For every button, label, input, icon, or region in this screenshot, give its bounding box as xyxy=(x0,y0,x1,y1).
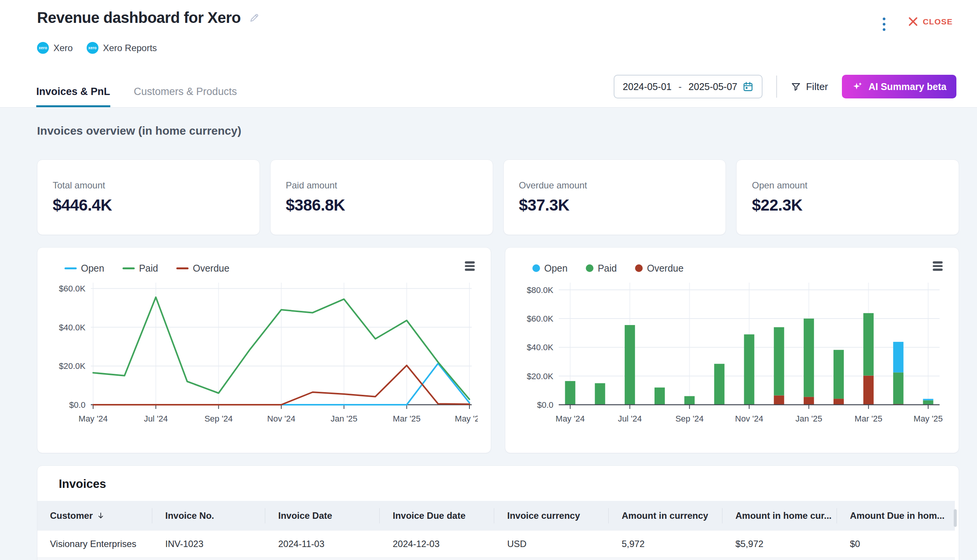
column-label: Amount Due in hom... xyxy=(850,510,945,521)
table-scrollbar[interactable] xyxy=(953,498,957,560)
stat-value: $446.4K xyxy=(53,196,244,214)
column-header-invoice-date[interactable]: Invoice Date xyxy=(265,501,379,531)
cell: USD xyxy=(494,531,608,557)
svg-text:May '25: May '25 xyxy=(455,414,478,423)
filter-button[interactable]: Filter xyxy=(791,81,828,93)
date-end: 2025-05-07 xyxy=(688,81,737,92)
stat-label: Overdue amount xyxy=(519,180,711,191)
stat-card-overdue-amount: Overdue amount$37.3K xyxy=(503,160,726,235)
stat-label: Open amount xyxy=(752,180,944,191)
tag-label: Xero xyxy=(53,43,73,53)
stat-label: Total amount xyxy=(53,180,244,191)
svg-text:$0.0: $0.0 xyxy=(537,400,553,410)
svg-text:Jul '24: Jul '24 xyxy=(618,414,642,423)
legend-label: Open xyxy=(544,263,568,274)
x-icon xyxy=(908,17,918,26)
cell: INV-1023 xyxy=(152,531,265,557)
legend-label: Overdue xyxy=(193,263,229,274)
tab-invoices-pnl[interactable]: Invoices & PnL xyxy=(36,86,110,107)
bar-chart-card: OpenPaidOverdue $0.0$20.0K$40.0K$60.0K$8… xyxy=(505,247,959,453)
column-header-customer[interactable]: Customer xyxy=(37,501,152,531)
chart-menu-button[interactable] xyxy=(931,260,944,272)
column-label: Invoice Due date xyxy=(393,510,466,521)
stat-card-total-amount: Total amount$446.4K xyxy=(37,160,260,235)
svg-text:$80.0K: $80.0K xyxy=(527,285,553,295)
legend-item-overdue[interactable]: Overdue xyxy=(635,263,683,274)
scrollbar-handle[interactable] xyxy=(954,509,957,527)
svg-text:$40.0K: $40.0K xyxy=(527,343,553,352)
svg-text:Nov '24: Nov '24 xyxy=(735,414,763,423)
column-header-amount-due-in-hom[interactable]: Amount Due in hom... xyxy=(837,501,955,531)
svg-text:$0.0: $0.0 xyxy=(69,400,85,410)
column-header-invoice-no[interactable]: Invoice No. xyxy=(152,501,265,531)
legend-swatch xyxy=(176,267,189,269)
column-label: Customer xyxy=(50,510,93,521)
legend-swatch xyxy=(533,264,540,272)
section-title: Invoices overview (in home currency) xyxy=(37,124,241,137)
column-label: Invoice Date xyxy=(278,510,332,521)
xero-logo-icon: xero xyxy=(37,42,49,54)
close-button[interactable]: CLOSE xyxy=(908,17,953,26)
cell: Visionary Enterprises xyxy=(37,531,152,557)
header: Revenue dashboard for Xero CLOSE xeroXer… xyxy=(0,0,977,108)
svg-text:Jul '24: Jul '24 xyxy=(144,414,168,423)
kebab-icon xyxy=(883,18,885,20)
stat-card-paid-amount: Paid amount$386.8K xyxy=(270,160,493,235)
legend-label: Open xyxy=(81,263,104,274)
header-controls: 2024-05-01 - 2025-05-07 Filter xyxy=(614,75,956,98)
column-label: Invoice No. xyxy=(165,510,214,521)
table-header-row: CustomerInvoice No.Invoice DateInvoice D… xyxy=(37,501,955,531)
ai-summary-label: AI Summary beta xyxy=(868,81,947,92)
line-chart-card: OpenPaidOverdue $0.0$20.0K$40.0K$60.0KMa… xyxy=(37,247,491,453)
partial-next-row xyxy=(37,558,955,560)
funnel-icon xyxy=(791,82,801,92)
legend-item-open[interactable]: Open xyxy=(65,263,104,274)
edit-title-icon[interactable] xyxy=(249,12,260,23)
legend-item-overdue[interactable]: Overdue xyxy=(176,263,229,274)
stat-label: Paid amount xyxy=(286,180,478,191)
legend-item-paid[interactable]: Paid xyxy=(586,263,617,274)
cell: 5,972 xyxy=(608,531,722,557)
date-range-input[interactable]: 2024-05-01 - 2025-05-07 xyxy=(614,75,763,98)
legend-swatch xyxy=(635,264,643,272)
chart-menu-button[interactable] xyxy=(463,260,476,272)
invoice-row[interactable]: Visionary EnterprisesINV-10232024-11-032… xyxy=(37,531,955,557)
close-label: CLOSE xyxy=(923,17,953,26)
line-chart-legend: OpenPaidOverdue xyxy=(65,261,477,275)
line-chart: $0.0$20.0K$40.0K$60.0KMay '24Jul '24Sep … xyxy=(51,277,478,442)
page-title: Revenue dashboard for Xero xyxy=(37,9,241,26)
legend-item-open[interactable]: Open xyxy=(533,263,568,274)
legend-item-paid[interactable]: Paid xyxy=(122,263,158,274)
more-options-button[interactable] xyxy=(880,16,888,32)
svg-text:May '25: May '25 xyxy=(914,414,943,423)
ai-summary-button[interactable]: AI Summary beta xyxy=(842,75,956,98)
bar-chart: $0.0$20.0K$40.0K$60.0K$80.0KMay '24Jul '… xyxy=(519,277,946,442)
date-start: 2024-05-01 xyxy=(623,81,672,92)
tag-label: Xero Reports xyxy=(103,43,157,53)
svg-text:Mar '25: Mar '25 xyxy=(855,414,882,423)
cell: 2024-11-03 xyxy=(265,531,379,557)
svg-text:$40.0K: $40.0K xyxy=(59,323,85,332)
calendar-icon xyxy=(743,81,753,92)
charts-row: OpenPaidOverdue $0.0$20.0K$40.0K$60.0KMa… xyxy=(37,247,959,453)
column-label: Invoice currency xyxy=(507,510,580,521)
invoices-title: Invoices xyxy=(37,466,959,501)
stat-value: $37.3K xyxy=(519,196,711,214)
svg-text:$20.0K: $20.0K xyxy=(59,361,85,371)
legend-label: Paid xyxy=(598,263,617,274)
svg-text:Nov '24: Nov '24 xyxy=(267,414,296,423)
column-header-invoice-due-date[interactable]: Invoice Due date xyxy=(379,501,494,531)
stat-value: $22.3K xyxy=(752,196,944,214)
sparkle-icon xyxy=(852,81,863,92)
svg-text:$60.0K: $60.0K xyxy=(527,314,553,323)
legend-swatch xyxy=(65,267,77,269)
tab-customers-products[interactable]: Customers & Products xyxy=(134,86,237,107)
column-header-amount-in-home-cur[interactable]: Amount in home cur... xyxy=(722,501,837,531)
column-header-amount-in-currency[interactable]: Amount in currency xyxy=(608,501,722,531)
column-label: Amount in currency xyxy=(622,510,708,521)
revenue-dashboard-page: Revenue dashboard for Xero CLOSE xeroXer… xyxy=(0,0,977,560)
cell: 2024-12-03 xyxy=(379,531,494,557)
stat-card-open-amount: Open amount$22.3K xyxy=(736,160,959,235)
column-header-invoice-currency[interactable]: Invoice currency xyxy=(494,501,608,531)
invoices-section: Invoices CustomerInvoice No.Invoice Date… xyxy=(37,465,959,560)
